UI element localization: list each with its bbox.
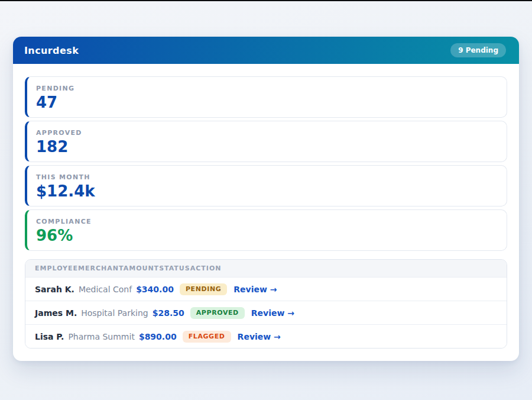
stat-card: APPROVED 182: [25, 121, 507, 162]
column-header: ACTION: [190, 264, 222, 272]
review-link[interactable]: Review →: [238, 332, 281, 341]
stat-value: 47: [36, 94, 497, 111]
review-link[interactable]: Review →: [251, 308, 294, 318]
amount-value: $890.00: [139, 332, 177, 341]
expenses-table: EMPLOYEEMERCHANTAMOUNTSTATUSACTION Sarah…: [25, 259, 507, 349]
status-badge: FLAGGED: [183, 331, 231, 343]
employee-name: James M.: [35, 308, 77, 318]
stat-label: APPROVED: [36, 129, 497, 137]
merchant-name: Hospital Parking: [81, 308, 148, 318]
table-body: Sarah K. Medical Conf $340.00 PENDING Re…: [25, 277, 507, 348]
stat-value: 182: [36, 138, 497, 156]
stat-label: PENDING: [36, 85, 497, 92]
stat-label: COMPLIANCE: [36, 218, 497, 225]
main-content: PENDING 47 APPROVED 182 THIS MONTH $12.4…: [13, 64, 519, 361]
table-row[interactable]: Sarah K. Medical Conf $340.00 PENDING Re…: [25, 277, 507, 301]
stat-label: THIS MONTH: [36, 173, 497, 181]
app-title: Incurdesk: [24, 45, 79, 56]
column-header: STATUS: [159, 264, 190, 272]
page-background: Incurdesk 9 Pending PENDING 47 APPROVED …: [0, 0, 532, 400]
stat-card: COMPLIANCE 96%: [25, 209, 507, 251]
merchant-name: Medical Conf: [79, 285, 132, 294]
employee-name: Lisa P.: [35, 332, 64, 341]
stat-card: THIS MONTH $12.4k: [25, 165, 507, 207]
app-header: Incurdesk 9 Pending: [13, 37, 519, 64]
review-link[interactable]: Review →: [233, 285, 277, 294]
status-badge: APPROVED: [190, 307, 245, 319]
pending-count-badge[interactable]: 9 Pending: [450, 43, 506, 57]
stat-value: $12.4k: [36, 183, 497, 200]
stat-card: PENDING 47: [25, 76, 507, 118]
column-header: EMPLOYEE: [35, 264, 78, 272]
table-row[interactable]: James M. Hospital Parking $28.50 APPROVE…: [25, 301, 507, 324]
table-header-row: EMPLOYEEMERCHANTAMOUNTSTATUSACTION: [25, 260, 507, 277]
stat-value: 96%: [36, 227, 497, 244]
employee-name: Sarah K.: [35, 285, 74, 294]
incurdesk-window: Incurdesk 9 Pending PENDING 47 APPROVED …: [13, 37, 519, 361]
top-divider: [0, 0, 532, 1]
column-header: AMOUNT: [124, 264, 159, 272]
amount-value: $340.00: [136, 285, 174, 294]
table-row[interactable]: Lisa P. Pharma Summit $890.00 FLAGGED Re…: [25, 324, 507, 348]
stats-list: PENDING 47 APPROVED 182 THIS MONTH $12.4…: [25, 76, 507, 251]
merchant-name: Pharma Summit: [68, 332, 135, 341]
amount-value: $28.50: [153, 308, 184, 318]
column-header: MERCHANT: [78, 264, 124, 272]
status-badge: PENDING: [180, 283, 227, 295]
